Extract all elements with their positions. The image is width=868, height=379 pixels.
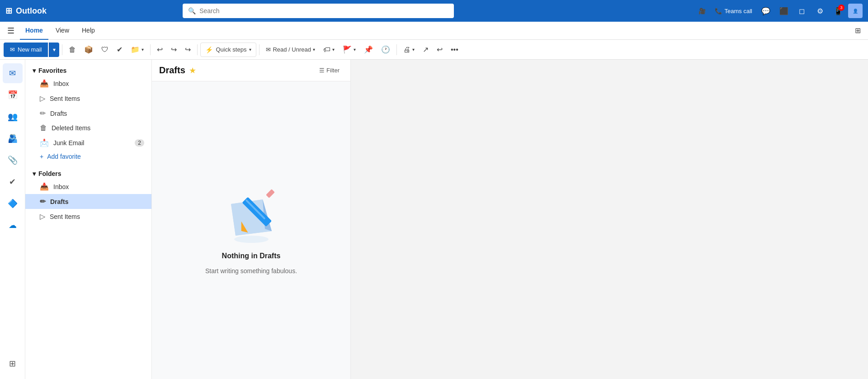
tab-help[interactable]: Help — [76, 22, 100, 40]
folder-item-inbox-label: Inbox — [53, 80, 69, 87]
svg-point-0 — [234, 236, 269, 243]
video-call-button[interactable]: 🎥 — [695, 6, 709, 16]
redo-button[interactable]: ↪ — [181, 43, 194, 57]
share-button[interactable]: ↗ — [419, 43, 432, 57]
notification-badge: 3 — [838, 5, 844, 11]
filter-icon: ☰ — [319, 67, 325, 74]
reading-pane — [351, 60, 868, 379]
calendar-icon: 📅 — [8, 90, 18, 100]
settings-button[interactable]: ⚙ — [812, 3, 828, 19]
favorites-header[interactable]: ▾ Favorites — [25, 63, 151, 76]
folder-item-drafts-fav[interactable]: ✏ Drafts — [25, 106, 151, 121]
move-button[interactable]: 📁 ▾ — [127, 43, 147, 57]
flag-button[interactable]: 🚩 ▾ — [339, 43, 359, 57]
mail-icon: ✉ — [9, 68, 16, 78]
apps-button[interactable]: ⬛ — [776, 3, 792, 19]
svg-rect-6 — [266, 189, 275, 198]
phone-button[interactable]: 📱 3 — [830, 3, 846, 19]
sidebar-item-people[interactable]: 👥 — [3, 107, 23, 127]
new-mail-label: New mail — [18, 46, 42, 53]
separator-5 — [396, 44, 397, 55]
chevron-down-icon-print: ▾ — [412, 47, 415, 52]
folders-header[interactable]: ▾ Folders — [25, 166, 151, 179]
sidebar-item-onedrive[interactable]: ☁ — [3, 215, 23, 235]
layout-button[interactable]: ⊞ — [851, 24, 864, 38]
sidebar-item-mail[interactable]: ✉ — [3, 63, 23, 83]
drafts-folder-icon: ✏ — [40, 197, 46, 206]
sidebar-item-groups[interactable]: 🫂 — [3, 128, 23, 148]
filter-button[interactable]: ☰ Filter — [316, 65, 343, 76]
sidebar-item-calendar[interactable]: 📅 — [3, 85, 23, 105]
folder-item-inbox[interactable]: 📥 Inbox — [25, 76, 151, 91]
read-unread-button[interactable]: ✉ Read / Unread ▾ — [262, 43, 319, 57]
feedback-icon: ◻ — [799, 7, 805, 15]
feedback-button[interactable]: ◻ — [794, 3, 810, 19]
navbar-right: ⊞ — [851, 24, 864, 38]
chevron-down-icon-move: ▾ — [142, 47, 144, 52]
add-favorite-label: Add favorite — [47, 153, 81, 160]
topbar: ⊞ Outlook 🔍 🎥 📞 Teams call 💬 ⬛ ◻ ⚙ 📱 3 — [0, 0, 868, 22]
snooze-button[interactable]: 🕐 — [377, 43, 394, 57]
tab-home[interactable]: Home — [20, 22, 48, 40]
search-input[interactable] — [199, 7, 448, 14]
message-list-header: Drafts ★ ☰ Filter — [152, 60, 350, 81]
trash-icon: 🗑 — [69, 46, 76, 54]
chat-button[interactable]: 💬 — [758, 3, 774, 19]
report-button[interactable]: 🛡 — [98, 43, 112, 57]
sidebar-item-tasks[interactable]: ✔ — [3, 172, 23, 192]
navbar: ☰ Home View Help ⊞ — [0, 22, 868, 40]
teams-call-button[interactable]: 📞 Teams call — [711, 6, 756, 16]
quick-steps-button[interactable]: ⚡ Quick steps ▾ — [200, 43, 256, 57]
undo-button[interactable]: ↩ — [153, 43, 166, 57]
archive-button[interactable]: 📦 — [80, 43, 97, 57]
folder-item-inbox-folder[interactable]: 📥 Inbox — [25, 179, 151, 194]
folder-star-icon[interactable]: ★ — [189, 66, 196, 76]
sent-folder-icon: ▷ — [40, 212, 45, 221]
pin-button[interactable]: 📌 — [360, 43, 377, 57]
search-bar[interactable]: 🔍 — [183, 4, 454, 18]
reply-icon: ↩ — [437, 45, 443, 54]
new-mail-icon: ✉ — [10, 46, 15, 53]
folder-item-deleted[interactable]: 🗑 Deleted Items — [25, 121, 151, 135]
redo-icon: ↪ — [185, 45, 191, 54]
chevron-down-icon-flag: ▾ — [354, 47, 356, 52]
folder-item-sent-folder[interactable]: ▷ Sent Items — [25, 209, 151, 224]
delete-button[interactable]: 🗑 — [65, 43, 80, 57]
folder-item-sent-fav[interactable]: ▷ Sent Items — [25, 91, 151, 106]
separator-2 — [150, 44, 151, 55]
sent-icon: ▷ — [40, 94, 45, 103]
undo-all-button[interactable]: ↪ — [167, 43, 180, 57]
tag-button[interactable]: 🏷 ▾ — [320, 43, 338, 57]
sidebar-item-notes[interactable]: 📎 — [3, 150, 23, 170]
sweep-button[interactable]: ✔ — [113, 43, 126, 57]
hamburger-menu-button[interactable]: ☰ — [4, 24, 18, 38]
sidebar-item-teams[interactable]: 🔷 — [3, 194, 23, 213]
grid-icon: ⊞ — [5, 6, 12, 16]
separator-4 — [259, 44, 259, 55]
sidebar-item-apps[interactable]: ⊞ — [3, 354, 23, 374]
tasks-icon: ✔ — [9, 177, 16, 187]
print-button[interactable]: 🖨 ▾ — [400, 43, 418, 57]
main-layout: ✉ 📅 👥 🫂 📎 ✔ 🔷 ☁ ⊞ ▾ — [0, 60, 868, 379]
separator-1 — [62, 44, 62, 55]
folder-item-drafts-folder[interactable]: ✏ Drafts — [25, 194, 151, 209]
chevron-down-icon-tag: ▾ — [332, 47, 335, 52]
folders-label: Folders — [38, 170, 61, 177]
folder-item-drafts-folder-label: Drafts — [50, 198, 68, 205]
reply-button[interactable]: ↩ — [433, 43, 446, 57]
folder-item-junk[interactable]: 📩 Junk Email 2 — [25, 135, 151, 150]
quick-steps-label: Quick steps — [216, 46, 246, 53]
new-mail-dropdown-button[interactable]: ▾ — [49, 43, 59, 57]
shield-icon: 🛡 — [101, 46, 108, 54]
sweep-icon: ✔ — [117, 45, 123, 54]
avatar-button[interactable]: 👤 — [848, 4, 863, 18]
drafts-illustration — [222, 186, 281, 245]
add-favorite-button[interactable]: + Add favorite — [25, 150, 151, 163]
archive-icon: 📦 — [84, 45, 93, 54]
share-icon: ↗ — [423, 45, 429, 54]
more-button[interactable]: ••• — [447, 43, 462, 57]
tab-view[interactable]: View — [50, 22, 75, 40]
new-mail-button[interactable]: ✉ New mail — [4, 43, 48, 57]
tag-icon: 🏷 — [323, 46, 330, 54]
toolbar: ✉ New mail ▾ 🗑 📦 🛡 ✔ 📁 ▾ ↩ ↪ ↪ ⚡ Quick s… — [0, 40, 868, 60]
